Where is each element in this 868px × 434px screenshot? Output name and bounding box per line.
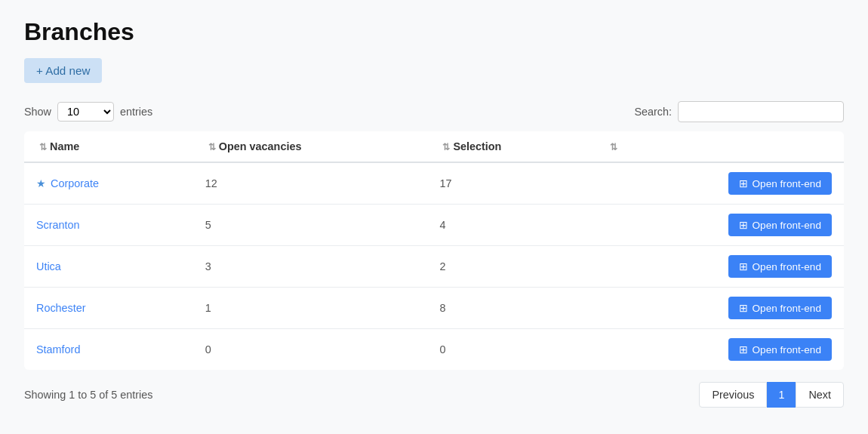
open-frontend-button[interactable]: ⊞Open front-end bbox=[728, 172, 832, 195]
open-vacancies-cell: 5 bbox=[193, 205, 428, 246]
branches-table: ⇅ Name ⇅ Open vacancies ⇅ Selection ⇅ ★C… bbox=[24, 131, 844, 370]
open-frontend-label: Open front-end bbox=[753, 220, 821, 231]
selection-cell: 8 bbox=[427, 288, 595, 329]
star-icon: ★ bbox=[36, 177, 46, 189]
entries-label: entries bbox=[120, 106, 152, 118]
action-cell: ⊞Open front-end bbox=[595, 246, 844, 288]
page-title: Branches bbox=[24, 18, 844, 46]
col-selection[interactable]: ⇅ Selection bbox=[427, 131, 595, 162]
open-frontend-label: Open front-end bbox=[753, 344, 821, 356]
previous-button[interactable]: Previous bbox=[699, 382, 767, 408]
showing-text: Showing 1 to 5 of 5 entries bbox=[24, 389, 152, 401]
table-row: Rochester18⊞Open front-end bbox=[24, 288, 844, 329]
monitor-icon: ⊞ bbox=[739, 177, 748, 189]
open-frontend-button[interactable]: ⊞Open front-end bbox=[728, 297, 832, 319]
branch-name-cell: Stamford bbox=[24, 329, 193, 371]
sort-icon-name: ⇅ bbox=[39, 142, 47, 152]
branch-name-cell: Scranton bbox=[24, 205, 193, 246]
table-row: Utica32⊞Open front-end bbox=[24, 246, 844, 288]
branch-link[interactable]: Rochester bbox=[36, 302, 86, 314]
monitor-icon: ⊞ bbox=[739, 219, 748, 231]
col-actions: ⇅ bbox=[595, 131, 844, 162]
selection-cell: 17 bbox=[427, 162, 595, 205]
add-new-button[interactable]: + Add new bbox=[24, 58, 102, 83]
branch-name-cell: Utica bbox=[24, 246, 193, 288]
page-1-button[interactable]: 1 bbox=[767, 382, 796, 408]
table-row: Scranton54⊞Open front-end bbox=[24, 205, 844, 246]
sort-icon-actions: ⇅ bbox=[610, 142, 617, 152]
branch-name-cell: ★Corporate bbox=[24, 162, 193, 205]
pagination: Previous 1 Next bbox=[699, 382, 844, 408]
sort-icon-selection: ⇅ bbox=[442, 142, 450, 152]
show-label: Show bbox=[24, 106, 51, 118]
action-cell: ⊞Open front-end bbox=[595, 162, 844, 205]
table-row: ★Corporate1217⊞Open front-end bbox=[24, 162, 844, 205]
table-row: Stamford00⊞Open front-end bbox=[24, 329, 844, 371]
search-input[interactable] bbox=[678, 101, 844, 122]
open-frontend-button[interactable]: ⊞Open front-end bbox=[728, 338, 832, 361]
branch-link[interactable]: Scranton bbox=[36, 219, 80, 231]
open-vacancies-cell: 3 bbox=[193, 246, 428, 288]
branch-name-cell: Rochester bbox=[24, 288, 193, 329]
action-cell: ⊞Open front-end bbox=[595, 329, 844, 371]
col-name[interactable]: ⇅ Name bbox=[24, 131, 193, 162]
open-vacancies-cell: 0 bbox=[193, 329, 428, 371]
sort-icon-vacancies: ⇅ bbox=[208, 142, 216, 152]
monitor-icon: ⊞ bbox=[739, 302, 748, 314]
open-frontend-button[interactable]: ⊞Open front-end bbox=[728, 214, 832, 236]
action-cell: ⊞Open front-end bbox=[595, 205, 844, 246]
branch-link[interactable]: Utica bbox=[36, 260, 61, 272]
open-frontend-label: Open front-end bbox=[753, 261, 821, 272]
open-frontend-button[interactable]: ⊞Open front-end bbox=[728, 255, 832, 278]
selection-cell: 4 bbox=[427, 205, 595, 246]
monitor-icon: ⊞ bbox=[739, 260, 748, 272]
open-frontend-label: Open front-end bbox=[753, 178, 821, 189]
branch-link[interactable]: Corporate bbox=[51, 177, 99, 189]
monitor-icon: ⊞ bbox=[739, 343, 748, 356]
next-button[interactable]: Next bbox=[796, 382, 844, 408]
open-vacancies-cell: 12 bbox=[193, 162, 428, 205]
open-vacancies-cell: 1 bbox=[193, 288, 428, 329]
entries-select[interactable]: 10 25 50 100 bbox=[57, 102, 114, 122]
open-frontend-label: Open front-end bbox=[753, 303, 821, 314]
col-open-vacancies[interactable]: ⇅ Open vacancies bbox=[193, 131, 428, 162]
selection-cell: 0 bbox=[427, 329, 595, 371]
selection-cell: 2 bbox=[427, 246, 595, 288]
action-cell: ⊞Open front-end bbox=[595, 288, 844, 329]
branch-link[interactable]: Stamford bbox=[36, 343, 80, 356]
search-label: Search: bbox=[634, 106, 672, 118]
